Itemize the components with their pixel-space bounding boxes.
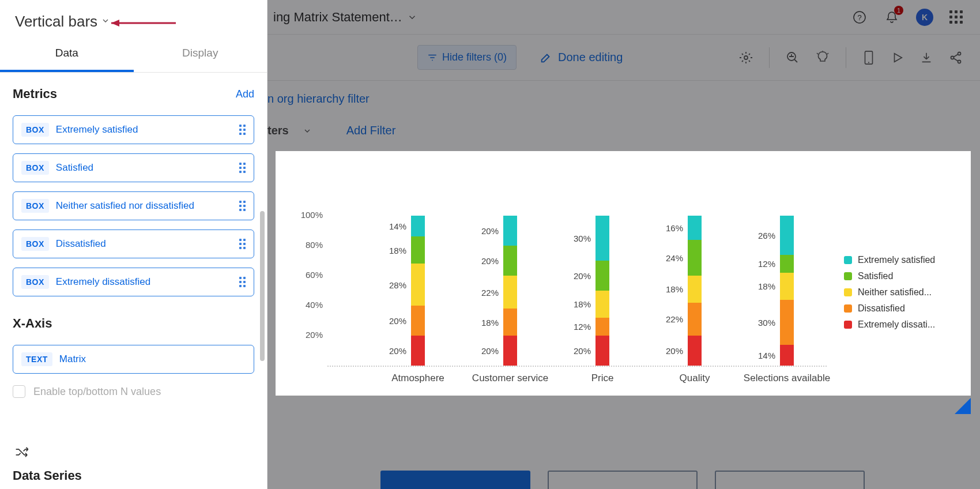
bar-segment bbox=[411, 306, 425, 336]
bar-segment bbox=[595, 291, 609, 318]
bar-value-label: 20% bbox=[649, 346, 683, 356]
pill-tag: BOX bbox=[21, 237, 49, 251]
svg-marker-10 bbox=[111, 20, 119, 27]
y-tick-label: 60% bbox=[306, 270, 323, 280]
bar-value-label: 16% bbox=[649, 223, 683, 233]
bar-segment bbox=[780, 273, 794, 300]
annotation-arrow-icon bbox=[101, 17, 182, 29]
category-label: Quality bbox=[643, 373, 747, 384]
legend-item[interactable]: Satisfied bbox=[844, 271, 959, 281]
scrollbar-thumb[interactable] bbox=[260, 211, 265, 361]
bar-value-label: 20% bbox=[464, 346, 499, 356]
legend-label: Neither satisfied... bbox=[858, 287, 932, 298]
legend-item[interactable]: Extremely satisfied bbox=[844, 255, 959, 265]
bar-value-label: 14% bbox=[372, 221, 406, 231]
bar-value-label: 20% bbox=[556, 346, 591, 356]
pill-tag: BOX bbox=[21, 123, 49, 137]
xaxis-field-pill[interactable]: TEXT Matrix bbox=[13, 345, 254, 374]
pill-label: Neither satisfied nor dissatisfied bbox=[56, 200, 194, 212]
metrics-section-title: Metrics bbox=[13, 86, 57, 101]
bar-value-label: 18% bbox=[464, 318, 499, 328]
legend-swatch bbox=[844, 321, 852, 329]
bar-segment bbox=[688, 276, 702, 303]
xaxis-section-title: X-Axis bbox=[13, 316, 52, 331]
bar-value-label: 12% bbox=[556, 322, 591, 332]
bar-segment bbox=[503, 276, 517, 309]
chart-widget: 20%40%60%80%100% 20%20%28%18%14%Atmosphe… bbox=[276, 151, 971, 396]
pill-label: Extremely dissatisfied bbox=[56, 276, 150, 288]
bar-segment bbox=[688, 303, 702, 336]
bar-stack bbox=[411, 216, 425, 366]
bar-value-label: 28% bbox=[372, 280, 406, 290]
bar-value-label: 14% bbox=[741, 351, 775, 360]
resize-handle-icon[interactable] bbox=[955, 398, 971, 414]
add-metric-link[interactable]: Add bbox=[236, 88, 254, 100]
chart-plot-area: 20%20%28%18%14%Atmosphere20%18%22%20%20%… bbox=[327, 163, 827, 367]
checkbox-label: Enable top/bottom N values bbox=[33, 386, 161, 398]
bar-segment bbox=[688, 240, 702, 276]
legend-label: Extremely dissati... bbox=[858, 319, 935, 330]
bar-stack bbox=[688, 216, 702, 366]
bar-segment bbox=[595, 216, 609, 261]
y-axis: 20%40%60%80%100% bbox=[293, 215, 327, 364]
bar-value-label: 18% bbox=[372, 246, 406, 255]
y-tick-label: 100% bbox=[301, 210, 323, 220]
metric-pill[interactable]: BOX Extremely dissatisfied bbox=[13, 268, 254, 296]
pill-tag: BOX bbox=[21, 275, 49, 289]
bar-segment bbox=[503, 309, 517, 336]
legend-swatch bbox=[844, 256, 852, 264]
bar-segment bbox=[595, 336, 609, 366]
legend-swatch bbox=[844, 272, 852, 280]
legend-item[interactable]: Extremely dissati... bbox=[844, 319, 959, 330]
drag-handle-icon[interactable] bbox=[239, 201, 246, 211]
chart-legend: Extremely satisfiedSatisfiedNeither sati… bbox=[844, 255, 959, 336]
legend-item[interactable]: Dissatisfied bbox=[844, 303, 959, 314]
drag-handle-icon[interactable] bbox=[239, 239, 246, 249]
bar-value-label: 24% bbox=[649, 253, 683, 263]
bar-segment bbox=[780, 300, 794, 345]
bar-stack bbox=[780, 216, 794, 366]
legend-swatch bbox=[844, 304, 852, 313]
drag-handle-icon[interactable] bbox=[239, 277, 246, 287]
bar-value-label: 12% bbox=[741, 259, 775, 269]
bar-value-label: 30% bbox=[556, 234, 591, 243]
bar-segment bbox=[780, 216, 794, 255]
bar-segment bbox=[503, 216, 517, 246]
pill-label: Satisfied bbox=[56, 162, 93, 174]
bar-value-label: 30% bbox=[741, 318, 775, 328]
bar-value-label: 22% bbox=[649, 314, 683, 324]
tab-display[interactable]: Display bbox=[134, 36, 267, 72]
category-label: Customer service bbox=[458, 373, 562, 384]
bar-value-label: 20% bbox=[372, 316, 406, 326]
pill-tag: BOX bbox=[21, 161, 49, 175]
bar-stack bbox=[503, 216, 517, 366]
data-series-section-title: Data Series bbox=[13, 468, 82, 483]
metric-pill[interactable]: BOX Extremely satisfied bbox=[13, 115, 254, 144]
metric-pill[interactable]: BOX Neither satisfied nor dissatisfied bbox=[13, 191, 254, 220]
y-tick-label: 20% bbox=[306, 330, 323, 340]
pill-tag: BOX bbox=[21, 199, 49, 213]
bar-segment bbox=[595, 318, 609, 336]
tab-data[interactable]: Data bbox=[0, 36, 134, 72]
bar-value-label: 20% bbox=[464, 256, 499, 266]
chart-type-selector[interactable]: Vertical bars bbox=[15, 13, 97, 31]
drag-handle-icon[interactable] bbox=[239, 125, 246, 135]
bar-value-label: 20% bbox=[372, 346, 406, 356]
metric-pill[interactable]: BOX Dissatisfied bbox=[13, 230, 254, 258]
legend-label: Satisfied bbox=[858, 271, 893, 281]
bar-segment bbox=[780, 255, 794, 273]
metric-pill[interactable]: BOX Satisfied bbox=[13, 153, 254, 182]
bar-segment bbox=[411, 236, 425, 264]
drag-handle-icon[interactable] bbox=[239, 163, 246, 173]
config-panel: Vertical bars Data Display Metrics Add B… bbox=[0, 0, 267, 489]
bar-segment bbox=[780, 345, 794, 366]
bar-value-label: 18% bbox=[649, 284, 683, 294]
enable-top-bottom-checkbox[interactable]: Enable top/bottom N values bbox=[13, 385, 254, 398]
bar-value-label: 22% bbox=[464, 288, 499, 298]
y-tick-label: 80% bbox=[306, 240, 323, 250]
legend-item[interactable]: Neither satisfied... bbox=[844, 287, 959, 298]
shuffle-icon[interactable] bbox=[15, 445, 30, 461]
y-tick-label: 40% bbox=[306, 300, 323, 310]
category-label: Price bbox=[551, 373, 654, 384]
checkbox-box[interactable] bbox=[13, 385, 25, 398]
